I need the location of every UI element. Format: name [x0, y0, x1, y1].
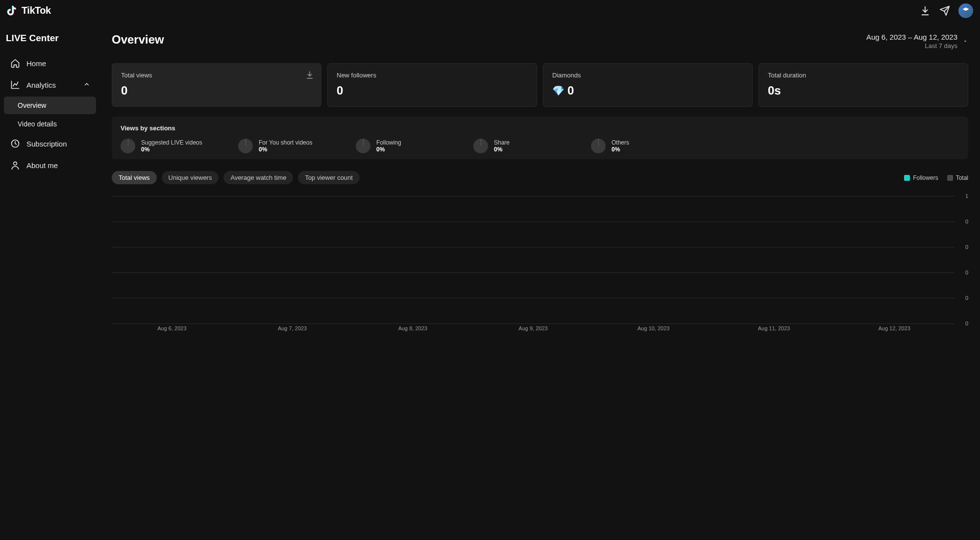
- x-tick-label: Aug 6, 2023: [112, 325, 232, 331]
- analytics-icon: [10, 79, 21, 90]
- brand-name: TikTok: [22, 5, 51, 16]
- grid-line: [112, 323, 955, 324]
- topbar: TikTok: [0, 0, 980, 21]
- sidebar-item-label: Video details: [18, 120, 57, 128]
- section-value: 0%: [494, 146, 510, 153]
- grid-line: [112, 221, 955, 222]
- section-label: Suggested LIVE videos: [141, 139, 202, 146]
- stat-label: Total duration: [768, 72, 959, 79]
- section-item: Share0%: [473, 139, 571, 153]
- pie-icon: [591, 139, 606, 153]
- swatch-followers: [904, 175, 910, 181]
- stat-total-views[interactable]: Total views 0: [112, 63, 321, 107]
- views-by-sections-card: Views by sections Suggested LIVE videos0…: [112, 117, 968, 159]
- stat-label: New followers: [337, 72, 528, 79]
- stat-new-followers[interactable]: New followers 0: [327, 63, 537, 107]
- download-icon[interactable]: [305, 71, 314, 79]
- grid-line: [112, 298, 955, 298]
- page-title: Overview: [112, 33, 164, 47]
- sidebar-item-about-me[interactable]: About me: [4, 155, 96, 175]
- date-range-sub: Last 7 days: [866, 42, 957, 49]
- chart-tab[interactable]: Top viewer count: [298, 171, 360, 184]
- grid-line: [112, 247, 955, 247]
- chart-legend: Followers Total: [904, 174, 968, 181]
- sidebar-title: LIVE Center: [4, 33, 96, 53]
- download-icon[interactable]: [915, 1, 935, 21]
- stat-total-duration[interactable]: Total duration 0s: [759, 63, 968, 107]
- stat-diamonds[interactable]: Diamonds 💎 0: [543, 63, 753, 107]
- legend-total: Total: [947, 174, 968, 181]
- subscription-icon: [10, 138, 21, 149]
- grid-line: [112, 196, 955, 196]
- section-label: Others: [612, 139, 629, 146]
- stat-value: 0: [337, 84, 528, 98]
- section-value: 0%: [376, 146, 401, 153]
- chart-area: 100000: [112, 196, 968, 323]
- sidebar-item-home[interactable]: Home: [4, 53, 96, 73]
- legend-label: Total: [956, 174, 968, 181]
- section-value: 0%: [612, 146, 629, 153]
- send-icon[interactable]: [935, 1, 955, 21]
- account-avatar[interactable]: [958, 3, 973, 18]
- stats-row: Total views 0 New followers 0 Diamonds 💎…: [112, 63, 968, 107]
- chart-tab[interactable]: Total views: [112, 171, 157, 184]
- legend-followers: Followers: [904, 174, 938, 181]
- sidebar-sub-video-details[interactable]: Video details: [4, 115, 96, 133]
- caret-down-icon: [962, 38, 968, 44]
- y-tick-label: 0: [965, 244, 968, 250]
- pie-icon: [238, 139, 253, 153]
- y-tick-label: 1: [965, 193, 968, 199]
- stat-value: 0: [567, 84, 574, 98]
- x-tick-label: Aug 9, 2023: [473, 325, 593, 331]
- y-tick-label: 0: [965, 320, 968, 326]
- swatch-total: [947, 175, 953, 181]
- section-item: Suggested LIVE videos0%: [121, 139, 219, 153]
- section-item: Following0%: [356, 139, 454, 153]
- user-icon: [10, 160, 21, 171]
- tiktok-logo[interactable]: TikTok: [7, 4, 51, 17]
- date-range-text: Aug 6, 2023 – Aug 12, 2023: [866, 33, 957, 41]
- pie-icon: [356, 139, 370, 153]
- chevron-up-icon: [83, 81, 90, 89]
- section-item: For You short videos0%: [238, 139, 336, 153]
- pie-icon: [121, 139, 135, 153]
- pie-icon: [473, 139, 488, 153]
- chart-tab[interactable]: Average watch time: [223, 171, 293, 184]
- home-icon: [10, 58, 21, 69]
- stat-label: Diamonds: [552, 72, 743, 79]
- sidebar-item-label: Home: [26, 59, 46, 68]
- y-tick-label: 0: [965, 295, 968, 301]
- layers-icon: [962, 7, 970, 15]
- section-value: 0%: [141, 146, 202, 153]
- sections-title: Views by sections: [121, 124, 959, 132]
- sidebar-item-analytics[interactable]: Analytics: [4, 75, 96, 95]
- stat-value: 0s: [768, 84, 959, 98]
- chart-tab[interactable]: Unique viewers: [162, 171, 219, 184]
- y-tick-label: 0: [965, 270, 968, 275]
- grid-line: [112, 272, 955, 273]
- sidebar-sub-overview[interactable]: Overview: [4, 97, 96, 114]
- section-item: Others0%: [591, 139, 689, 153]
- section-label: Following: [376, 139, 401, 146]
- date-range-picker[interactable]: Aug 6, 2023 – Aug 12, 2023 Last 7 days: [866, 33, 968, 49]
- x-tick-label: Aug 7, 2023: [232, 325, 353, 331]
- x-tick-label: Aug 12, 2023: [834, 325, 955, 331]
- x-tick-label: Aug 8, 2023: [352, 325, 473, 331]
- sidebar-item-label: About me: [26, 161, 58, 170]
- x-tick-label: Aug 10, 2023: [593, 325, 714, 331]
- section-label: Share: [494, 139, 510, 146]
- sidebar-item-label: Overview: [18, 101, 46, 109]
- tiktok-logo-icon: [7, 4, 20, 17]
- sidebar-item-label: Subscription: [26, 140, 67, 148]
- section-value: 0%: [259, 146, 312, 153]
- sidebar-item-label: Analytics: [26, 81, 56, 89]
- section-label: For You short videos: [259, 139, 312, 146]
- main-content: Overview Aug 6, 2023 – Aug 12, 2023 Last…: [100, 21, 980, 540]
- svg-point-1: [14, 162, 17, 165]
- chart-x-axis: Aug 6, 2023Aug 7, 2023Aug 8, 2023Aug 9, …: [112, 325, 968, 331]
- diamond-icon: 💎: [552, 86, 564, 96]
- sidebar-item-subscription[interactable]: Subscription: [4, 134, 96, 153]
- chart-tabs: Total viewsUnique viewersAverage watch t…: [112, 171, 968, 184]
- stat-value: 0: [121, 84, 312, 98]
- x-tick-label: Aug 11, 2023: [714, 325, 834, 331]
